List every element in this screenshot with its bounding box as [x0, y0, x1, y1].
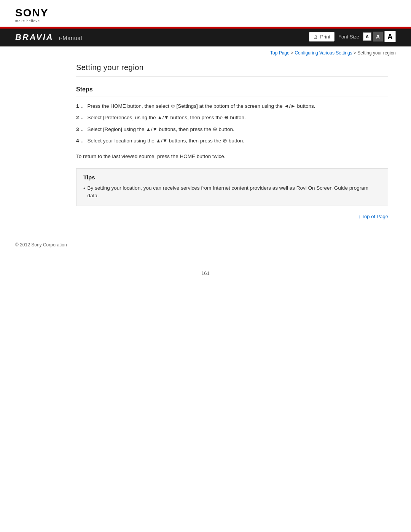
sony-logo: SONY make.believe [15, 7, 396, 23]
copyright-text: © 2012 Sony Corporation [15, 242, 67, 248]
tip-1-text: By setting your location, you can receiv… [88, 184, 381, 200]
red-accent-bar [0, 27, 411, 29]
step-4: 4． Select your location using the ▲/▼ bu… [76, 137, 388, 145]
breadcrumb-current: Setting your region [357, 50, 396, 56]
footer: © 2012 Sony Corporation [0, 235, 411, 255]
breadcrumb: Top Page > Configuring Various Settings … [0, 46, 411, 59]
note-text: To return to the last viewed source, pre… [76, 152, 388, 161]
font-size-small-button[interactable]: A [363, 32, 371, 41]
print-button[interactable]: 🖨 Print [309, 32, 335, 42]
bravia-logo: BRAVIA [15, 32, 54, 42]
top-of-page-link[interactable]: ↑ Top of Page [358, 214, 388, 219]
step-3: 3． Select [Region] using the ▲/▼ buttons… [76, 126, 388, 133]
main-content: Setting your region Steps 1． Press the H… [0, 59, 411, 235]
tips-box: Tips • By setting your location, you can… [76, 168, 388, 206]
tips-list: • By setting your location, you can rece… [83, 184, 381, 200]
top-of-page-row: ↑ Top of Page [76, 214, 388, 219]
step-1-text: Press the HOME button, then select ⚙ [Se… [88, 102, 315, 110]
steps-heading: Steps [76, 86, 388, 96]
font-size-controls: A A A [363, 31, 396, 42]
sony-tagline: make.believe [15, 19, 40, 23]
header-area: SONY make.believe [0, 0, 411, 27]
step-1-num: 1． [76, 102, 84, 110]
tip-1: • By setting your location, you can rece… [83, 184, 381, 200]
breadcrumb-top-page[interactable]: Top Page [270, 50, 290, 56]
breadcrumb-sep1: > [290, 50, 295, 56]
breadcrumb-configuring[interactable]: Configuring Various Settings [295, 50, 352, 56]
step-2: 2． Select [Preferences] using the ▲/▼ bu… [76, 114, 388, 121]
font-size-medium-button[interactable]: A [373, 32, 383, 42]
print-icon: 🖨 [313, 34, 318, 40]
tips-heading: Tips [83, 174, 381, 181]
breadcrumb-sep2: > [352, 50, 358, 56]
font-size-large-button[interactable]: A [384, 31, 396, 42]
step-1: 1． Press the HOME button, then select ⚙ … [76, 102, 388, 110]
print-label: Print [320, 34, 330, 40]
imanual-label: i-Manual [59, 35, 83, 41]
step-2-text: Select [Preferences] using the ▲/▼ butto… [88, 114, 246, 121]
navbar: BRAVIA i-Manual 🖨 Print Font Size A A A [0, 27, 411, 46]
steps-list: 1． Press the HOME button, then select ⚙ … [76, 102, 388, 145]
sony-wordmark: SONY [15, 7, 48, 19]
page-number: 161 [0, 270, 411, 284]
top-of-page-arrow: ↑ [358, 214, 361, 219]
step-4-num: 4． [76, 137, 84, 145]
navbar-controls: 🖨 Print Font Size A A A [309, 31, 396, 42]
font-size-label: Font Size [338, 34, 359, 40]
step-3-text: Select [Region] using the ▲/▼ buttons, t… [88, 126, 234, 133]
page-title: Setting your region [76, 63, 388, 77]
top-of-page-label: Top of Page [362, 214, 388, 219]
step-3-num: 3． [76, 126, 84, 133]
brand-area: BRAVIA i-Manual [15, 32, 82, 42]
tip-bullet: • [83, 185, 85, 200]
step-4-text: Select your location using the ▲/▼ butto… [88, 137, 244, 145]
step-2-num: 2． [76, 114, 84, 121]
